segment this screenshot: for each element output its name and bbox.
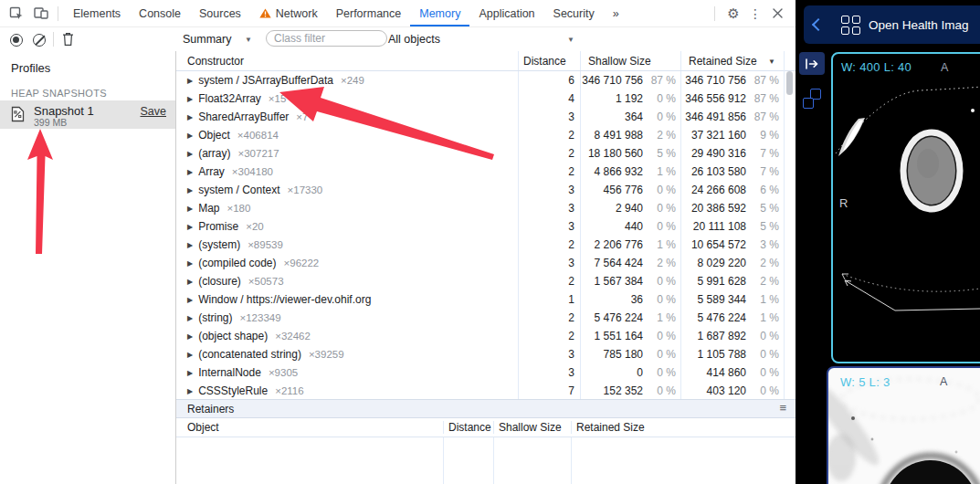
row-expander-icon[interactable]: ▶ — [187, 77, 193, 85]
heap-row[interactable]: ▶Window / https://viewer-dev.ohif.org136… — [176, 290, 784, 309]
save-snapshot-link[interactable]: Save — [141, 105, 167, 118]
column-header-object[interactable]: Object — [176, 421, 443, 434]
tab-elements[interactable]: Elements — [64, 0, 130, 26]
heap-snapshots-section-label: HEAP SNAPSHOTS — [11, 88, 107, 99]
scrollbar-thumb[interactable] — [786, 71, 793, 95]
constructor-name: (array) — [198, 147, 230, 160]
shallow-size-cell: 1 1920 % — [580, 89, 680, 108]
shallow-size-cell: 785 1800 % — [580, 345, 680, 363]
retainers-section: Retainers ≡ Object Distance Shallow Size… — [176, 399, 796, 484]
retained-size-cell: 26 103 5807 % — [680, 163, 784, 181]
retained-size-cell: 403 1200 % — [680, 382, 784, 400]
back-chevron-icon[interactable] — [812, 18, 825, 31]
constructor-name: Float32Array — [198, 92, 261, 105]
chevron-down-icon: ▼ — [245, 36, 252, 44]
heap-row[interactable]: ▶(closure)×5057321 567 3840 %5 991 6282 … — [176, 272, 784, 290]
tab-network[interactable]: Network — [250, 0, 327, 26]
row-expander-icon[interactable]: ▶ — [187, 314, 193, 322]
row-expander-icon[interactable]: ▶ — [187, 205, 193, 213]
heap-row[interactable]: ▶Promise×2034400 %20 111 1085 % — [176, 217, 784, 236]
heap-row[interactable]: ▶(object shape)×3246221 551 1640 %1 687 … — [176, 327, 784, 345]
column-header-retained-size[interactable]: Retained Size — [571, 421, 796, 434]
series-stack-icon[interactable] — [803, 89, 821, 109]
row-expander-icon[interactable]: ▶ — [187, 351, 193, 359]
clear-profiles-icon[interactable] — [33, 34, 46, 47]
tab-security[interactable]: Security — [544, 0, 604, 26]
overflow-menu-icon[interactable]: ⋮ — [744, 3, 766, 25]
tab-memory[interactable]: Memory — [410, 0, 469, 26]
delete-profile-icon[interactable] — [62, 32, 74, 50]
row-expander-icon[interactable]: ▶ — [187, 369, 193, 377]
column-header-constructor[interactable]: Constructor — [176, 51, 518, 70]
row-expander-icon[interactable]: ▶ — [187, 241, 193, 249]
column-header-distance[interactable]: Distance — [443, 421, 493, 434]
heap-snapshot-icon — [11, 106, 25, 126]
row-expander-icon[interactable]: ▶ — [187, 150, 193, 158]
collapse-panel-button[interactable] — [799, 52, 825, 75]
shallow-size-cell: 2 9400 % — [580, 199, 680, 217]
heap-row[interactable]: ▶(system)×8953922 206 7761 %10 654 5723 … — [176, 236, 784, 254]
tab-sources[interactable]: Sources — [190, 0, 250, 26]
instance-count: ×2116 — [275, 385, 303, 396]
tab-application[interactable]: Application — [469, 0, 543, 26]
perspective-select[interactable]: Summary — [183, 33, 231, 46]
row-expander-icon[interactable]: ▶ — [187, 223, 193, 231]
heap-grid-body: ▶system / JSArrayBufferData×2496346 710 … — [176, 71, 784, 400]
inspect-element-icon[interactable] — [8, 5, 25, 22]
column-header-shallow-size[interactable]: Shallow Size — [493, 421, 571, 434]
heap-row[interactable]: ▶(string)×12334925 476 2241 %5 476 2241 … — [176, 309, 784, 327]
retainers-menu-icon[interactable]: ≡ — [779, 401, 786, 415]
row-expander-icon[interactable]: ▶ — [187, 113, 193, 121]
class-filter-input[interactable] — [266, 30, 387, 47]
row-expander-icon[interactable]: ▶ — [187, 259, 193, 268]
column-header-retained-size[interactable]: Retained Size ▼ — [680, 51, 784, 70]
ct-viewport-1[interactable]: W: 400 L: 40 A R — [831, 52, 980, 363]
row-expander-icon[interactable]: ▶ — [187, 332, 193, 341]
heap-row[interactable]: ▶Array×30418024 866 9321 %26 103 5807 % — [176, 163, 784, 181]
snapshot-size: 399 MB — [34, 117, 67, 128]
distance-cell: 2 — [518, 309, 580, 327]
close-devtools-icon[interactable] — [766, 3, 788, 25]
heap-row[interactable]: ▶InternalNode×9305300 %414 8600 % — [176, 363, 784, 382]
column-header-shallow-size[interactable]: Shallow Size — [580, 51, 680, 70]
row-expander-icon[interactable]: ▶ — [187, 186, 193, 195]
shallow-size-cell: 456 7760 % — [580, 181, 680, 199]
heap-row[interactable]: ▶Map×18032 9400 %20 386 5925 % — [176, 199, 784, 217]
record-heap-snapshot-icon[interactable] — [10, 34, 23, 47]
orientation-marker-anterior: A — [940, 375, 947, 388]
row-expander-icon[interactable]: ▶ — [187, 296, 193, 304]
sidebar-item-snapshot-1[interactable]: Snapshot 1 399 MB Save — [0, 100, 175, 129]
retained-size-cell: 5 476 2241 % — [680, 309, 784, 327]
heap-row[interactable]: ▶system / Context×173303456 7760 %24 266… — [176, 181, 784, 199]
heap-row[interactable]: ▶system / JSArrayBufferData×2496346 710 … — [176, 71, 784, 89]
row-expander-icon[interactable]: ▶ — [187, 95, 193, 103]
row-expander-icon[interactable]: ▶ — [187, 132, 193, 140]
heap-row[interactable]: ▶(concatenated string)×392593785 1800 %1… — [176, 345, 784, 363]
heap-row[interactable]: ▶SharedArrayBuffer×733640 %346 491 85687… — [176, 108, 784, 126]
more-tabs-button[interactable]: » — [604, 0, 628, 26]
grid-scrollbar[interactable] — [784, 70, 796, 399]
heap-row[interactable]: ▶CSSStyleRule×21167152 3520 %403 1200 % — [176, 382, 784, 400]
instance-count: ×180 — [227, 203, 251, 214]
retained-size-cell: 346 710 75687 % — [680, 71, 784, 89]
heap-row[interactable]: ▶(compiled code)×9622237 564 4242 %8 029… — [176, 254, 784, 272]
retained-size-cell: 24 266 6086 % — [680, 181, 784, 199]
row-expander-icon[interactable]: ▶ — [187, 387, 193, 395]
heap-row[interactable]: ▶(array)×307217218 180 5605 %29 490 3167… — [176, 144, 784, 163]
ohif-viewer-panel: Open Health Imag W: 4 — [796, 0, 980, 484]
column-header-distance[interactable]: Distance — [518, 51, 580, 70]
instance-count: ×17330 — [288, 184, 323, 195]
tab-console[interactable]: Console — [130, 0, 190, 26]
heap-row[interactable]: ▶Object×40681428 491 9882 %37 321 1609 % — [176, 126, 784, 144]
ct-viewport-2[interactable]: W: 5 L: 3 A — [827, 366, 980, 484]
tab-performance[interactable]: Performance — [327, 0, 411, 26]
row-expander-icon[interactable]: ▶ — [187, 278, 193, 286]
devtools-tabbar: Elements Console Sources Network Perform… — [0, 0, 796, 27]
settings-gear-icon[interactable]: ⚙ — [722, 3, 744, 25]
viewer-header: Open Health Imag — [804, 5, 980, 44]
row-expander-icon[interactable]: ▶ — [187, 168, 193, 176]
device-toolbar-icon[interactable] — [33, 5, 49, 22]
objects-filter-select[interactable]: All objects — [388, 33, 440, 46]
constructor-name: Array — [198, 165, 225, 178]
heap-row[interactable]: ▶Float32Array×1541 1920 %346 556 91287 % — [176, 89, 784, 108]
